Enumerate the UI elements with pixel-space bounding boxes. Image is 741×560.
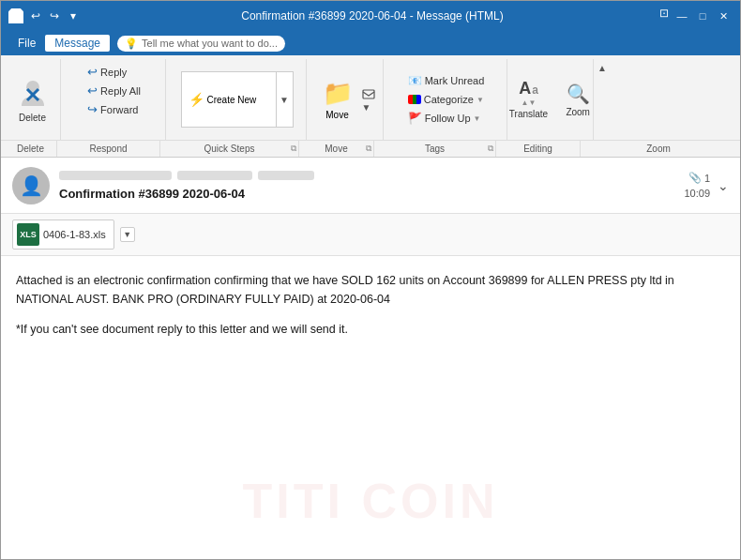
attachment-area: XLS 0406-1-83.xls ▼	[1, 214, 740, 256]
quicksteps-group-label: Quick Steps	[204, 144, 255, 154]
ribbon: Delete ↩ Reply ↩ Reply All ↪	[1, 55, 740, 158]
delete-group-label-cell: Delete	[5, 141, 57, 157]
close-button[interactable]: ✕	[714, 7, 733, 25]
tags-group-label-cell: Tags ⧉	[374, 141, 496, 157]
body-paragraph-2: *If you can't see document reply to this…	[16, 320, 725, 339]
title-bar-icons: ↩ ↪ ▾	[29, 9, 80, 23]
translate-button[interactable]: A a ▲▼ Translate	[504, 76, 553, 123]
menu-file[interactable]: File	[8, 35, 45, 52]
menu-message[interactable]: Message	[45, 35, 110, 52]
magnifier-icon: 🔍	[567, 83, 590, 105]
follow-up-label: Follow Up	[425, 113, 471, 124]
sender-extra-blurred	[258, 171, 314, 180]
follow-up-button[interactable]: 🚩 Follow Up ▼	[404, 110, 489, 127]
forward-button[interactable]: ↪ Forward	[83, 100, 144, 118]
ribbon-group-delete: Delete	[5, 59, 61, 140]
outlook-window: ↩ ↪ ▾ Confirmation #36899 2020-06-04 - M…	[0, 0, 741, 560]
move-label: Move	[325, 110, 348, 120]
move-expand-icon[interactable]: ⧉	[366, 144, 371, 154]
attachment-badge: 📎 1	[688, 172, 710, 184]
body-paragraph-1: Attached is an electronic confirmation c…	[16, 271, 725, 309]
zoom-ribbon-label: Zoom	[566, 107, 590, 117]
paperclip-icon: 📎	[688, 172, 702, 184]
quicksteps-expand-icon[interactable]: ⧉	[291, 144, 296, 154]
respond-buttons: ↩ Reply ↩ Reply All ↪ Forward	[83, 59, 144, 122]
dropdown-icon[interactable]: ▾	[67, 9, 80, 23]
move-group-label-cell: Move ⧉	[299, 141, 374, 157]
attachment-dropdown[interactable]: ▼	[120, 227, 135, 242]
minimize-button[interactable]: —	[673, 7, 691, 25]
attachment-count: 1	[704, 173, 710, 184]
move-dropdown-arrow[interactable]: ▼	[362, 102, 375, 113]
reply-button[interactable]: ↩ Reply	[83, 63, 144, 81]
follow-up-dropdown: ▼	[474, 114, 481, 123]
categorize-icon	[408, 95, 421, 104]
delete-buttons: Delete	[12, 59, 53, 140]
mark-unread-button[interactable]: 📧 Mark Unread	[404, 72, 489, 89]
delete-icon	[18, 78, 48, 110]
quicksteps-group-label-cell: Quick Steps ⧉	[160, 141, 299, 157]
ribbon-group-editing: A a ▲▼ Translate 🔍 Zoom	[509, 59, 594, 140]
reply-label: Reply	[100, 67, 127, 78]
move-button[interactable]: 📁 Move	[317, 75, 358, 124]
email-body: Attached is an electronic confirmation c…	[1, 256, 740, 559]
tags-expand-icon[interactable]: ⧉	[488, 144, 493, 154]
quick-steps-box: ⚡ Create New ▼	[181, 71, 294, 128]
search-button[interactable]: 🔍 Zoom	[557, 79, 598, 121]
ribbon-group-quicksteps: ⚡ Create New ▼	[168, 59, 307, 140]
collapse-arrow[interactable]: ⌄	[718, 178, 729, 193]
email-forward-icon	[362, 87, 375, 100]
delete-group-label: Delete	[17, 144, 44, 154]
email-area: 👤 Confirmation #36899 2020-06-04 📎 1 10:…	[1, 158, 740, 559]
ribbon-expander[interactable]: ▲	[596, 59, 609, 140]
editing-group-label: Editing	[523, 144, 552, 154]
categorize-button[interactable]: Categorize ▼	[404, 92, 489, 107]
translate-label: Translate	[509, 109, 548, 119]
title-bar: ↩ ↪ ▾ Confirmation #36899 2020-06-04 - M…	[1, 1, 740, 31]
mark-unread-label: Mark Unread	[425, 75, 485, 86]
sender-email-blurred	[177, 171, 252, 180]
reply-all-icon: ↩	[87, 83, 98, 98]
watermark: TITI COIN	[243, 462, 499, 540]
redo-icon[interactable]: ↪	[48, 9, 61, 23]
delete-button[interactable]: Delete	[12, 73, 53, 127]
categorize-label: Categorize	[424, 94, 474, 105]
zoom-group-label-cell: Zoom	[581, 141, 736, 157]
attachment-name: 0406-1-83.xls	[43, 229, 106, 240]
email-header-right: 📎 1 10:09	[684, 172, 710, 199]
window-title: Confirmation #36899 2020-06-04 - Message…	[87, 9, 658, 23]
xls-icon: XLS	[17, 223, 39, 246]
menu-bar: File Message 💡 Tell me what you want to …	[1, 31, 740, 55]
move-dropdown-area: ▼	[362, 87, 375, 113]
email-subject: Confirmation #36899 2020-06-04	[59, 187, 684, 201]
create-new-label: Create New	[207, 95, 257, 105]
ribbon-content: Delete ↩ Reply ↩ Reply All ↪	[1, 55, 740, 140]
avatar-icon: 👤	[20, 174, 43, 197]
undo-icon[interactable]: ↩	[29, 9, 42, 23]
ribbon-group-respond: ↩ Reply ↩ Reply All ↪ Forward	[63, 59, 166, 140]
lightbulb-icon: 💡	[125, 38, 138, 50]
forward-icon: ↪	[87, 102, 98, 116]
fullscreen-icon[interactable]: ⊡	[658, 7, 671, 20]
maximize-button[interactable]: □	[693, 7, 712, 25]
window-controls: ⊡ — □ ✕	[658, 7, 733, 25]
reply-all-button[interactable]: ↩ Reply All	[83, 82, 144, 99]
attachment-item[interactable]: XLS 0406-1-83.xls	[12, 219, 114, 250]
ribbon-group-tags: 📧 Mark Unread Categorize ▼ 🚩 Follow Up ▼	[386, 59, 507, 140]
folder-icon: 📁	[323, 79, 353, 108]
categorize-dropdown: ▼	[476, 96, 484, 104]
tags-group-label: Tags	[425, 144, 445, 154]
respond-group-label: Respond	[89, 144, 127, 154]
respond-group-label-cell: Respond	[57, 141, 160, 157]
quicksteps-dropdown[interactable]: ▼	[276, 72, 293, 127]
save-icon[interactable]	[8, 8, 23, 23]
lightning-icon: ⚡	[189, 92, 204, 107]
zoom-group-label: Zoom	[646, 144, 671, 154]
avatar: 👤	[12, 167, 50, 204]
email-meta: Confirmation #36899 2020-06-04	[59, 171, 684, 201]
tell-me-box[interactable]: 💡 Tell me what you want to do...	[117, 36, 285, 52]
delete-label: Delete	[19, 113, 46, 123]
create-new-item[interactable]: ⚡ Create New	[186, 91, 289, 108]
svg-rect-3	[363, 90, 374, 98]
envelope-icon: 📧	[408, 74, 422, 87]
